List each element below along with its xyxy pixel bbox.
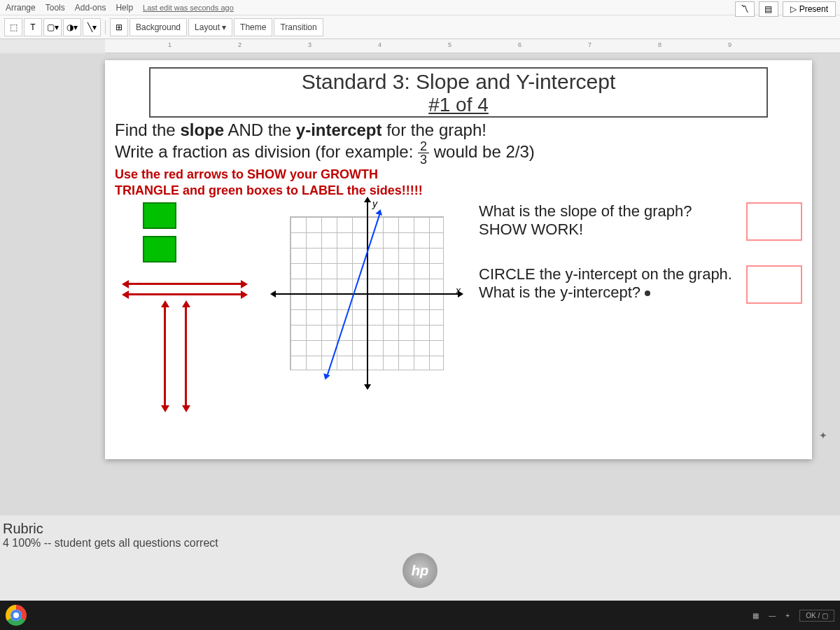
slope-answer-box[interactable] — [746, 202, 802, 241]
question-slope: What is the slope of the graph? SHOW WOR… — [479, 202, 736, 239]
layout-button[interactable]: Layout▾ — [188, 18, 232, 36]
menu-bar: Arrange Tools Add-ons Help Last edit was… — [0, 0, 840, 15]
red-arrow-horizontal[interactable] — [129, 293, 241, 295]
notes-line: 4 100% -- student gets all questions cor… — [3, 537, 837, 550]
coordinate-graph[interactable]: x y — [276, 202, 458, 384]
tray-icon[interactable]: ▦ — [752, 612, 759, 620]
menu-arrange[interactable]: Arrange — [6, 3, 36, 13]
questions-column: What is the slope of the graph? SHOW WOR… — [479, 202, 802, 412]
present-label: Present — [799, 4, 828, 14]
ruler: 1 2 3 4 5 6 7 8 9 — [105, 39, 840, 53]
work-area: x y What is the slope of the graph? SHOW… — [115, 202, 802, 412]
present-button[interactable]: ▷ Present — [783, 1, 836, 17]
green-label-box[interactable] — [143, 236, 176, 262]
theme-button[interactable]: Theme — [234, 18, 272, 36]
yintercept-answer-box[interactable] — [746, 265, 802, 304]
shape-tool-icon[interactable]: ◑▾ — [63, 18, 81, 36]
chrome-icon[interactable] — [6, 605, 27, 626]
speaker-notes[interactable]: Rubric 4 100% -- student gets all questi… — [0, 515, 840, 555]
x-axis-label: x — [456, 285, 461, 296]
red-instruction-2: TRIANGLE and green boxes to LABEL the si… — [115, 183, 802, 198]
tray-icon[interactable]: — — [769, 612, 776, 620]
y-axis — [367, 202, 368, 384]
question-yintercept: CIRCLE the y-intercept on the graph. Wha… — [479, 265, 736, 302]
trend-icon[interactable]: 〽 — [735, 1, 755, 17]
instruction-line-1: Find the slope AND the y-intercept for t… — [115, 120, 802, 140]
background-button[interactable]: Background — [130, 18, 187, 36]
green-label-box[interactable] — [143, 202, 176, 229]
hp-logo: hp — [402, 553, 438, 588]
textbox-tool-icon[interactable]: T — [24, 18, 42, 36]
tools-column — [115, 202, 255, 412]
ruler-mark: 5 — [448, 41, 451, 48]
system-tray: ▦ — + OK / ▢ — [752, 610, 834, 622]
slide[interactable]: Standard 3: Slope and Y-intercept #1 of … — [105, 60, 812, 459]
ruler-mark: 9 — [728, 41, 732, 48]
red-arrow-horizontal[interactable] — [129, 283, 241, 285]
toolbar-separator — [105, 20, 106, 34]
comment-tool-icon[interactable]: ⊞ — [110, 18, 128, 36]
ruler-mark: 1 — [168, 41, 172, 48]
ruler-mark: 2 — [238, 41, 241, 48]
select-tool-icon[interactable]: ⬚ — [4, 18, 22, 36]
bullet-dot-icon — [645, 290, 650, 296]
top-right-controls: 〽 ▤ ▷ Present — [735, 1, 836, 17]
chevron-down-icon: ▾ — [222, 22, 226, 32]
ruler-mark: 6 — [518, 41, 522, 48]
ruler-mark: 8 — [658, 41, 662, 48]
explore-icon[interactable]: ✦ — [819, 430, 834, 445]
red-arrow-vertical[interactable] — [185, 307, 187, 405]
menu-addons[interactable]: Add-ons — [75, 3, 106, 13]
canvas-area[interactable]: Standard 3: Slope and Y-intercept #1 of … — [0, 53, 840, 515]
menu-tools[interactable]: Tools — [46, 3, 65, 13]
slide-subtitle: #1 of 4 — [156, 94, 761, 116]
fraction-example: 23 — [418, 140, 429, 166]
play-icon: ▷ — [790, 4, 797, 14]
ruler-mark: 4 — [378, 41, 382, 48]
instruction-line-2: Write a fraction as division (for exampl… — [115, 140, 802, 166]
red-instruction-1: Use the red arrows to SHOW your GROWTH — [115, 167, 802, 182]
taskbar: ▦ — + OK / ▢ — [0, 601, 840, 630]
tray-icon[interactable]: + — [785, 612, 790, 620]
title-box[interactable]: Standard 3: Slope and Y-intercept #1 of … — [149, 67, 768, 118]
line-tool-icon[interactable]: ╲▾ — [83, 18, 101, 36]
last-edit-link[interactable]: Last edit was seconds ago — [143, 4, 234, 12]
transition-button[interactable]: Transition — [274, 18, 323, 36]
ruler-mark: 3 — [308, 41, 312, 48]
slide-title: Standard 3: Slope and Y-intercept — [156, 70, 761, 94]
red-arrow-vertical[interactable] — [164, 307, 166, 405]
tray-ok-button[interactable]: OK / ▢ — [799, 610, 834, 622]
comments-icon[interactable]: ▤ — [759, 1, 778, 17]
ruler-mark: 7 — [588, 41, 592, 48]
image-tool-icon[interactable]: ▢▾ — [43, 18, 62, 36]
toolbar: ⬚ T ▢▾ ◑▾ ╲▾ ⊞ Background Layout▾ Theme … — [0, 15, 840, 39]
menu-help[interactable]: Help — [115, 3, 133, 13]
notes-title: Rubric — [3, 521, 837, 537]
graph-column: x y — [262, 202, 472, 412]
